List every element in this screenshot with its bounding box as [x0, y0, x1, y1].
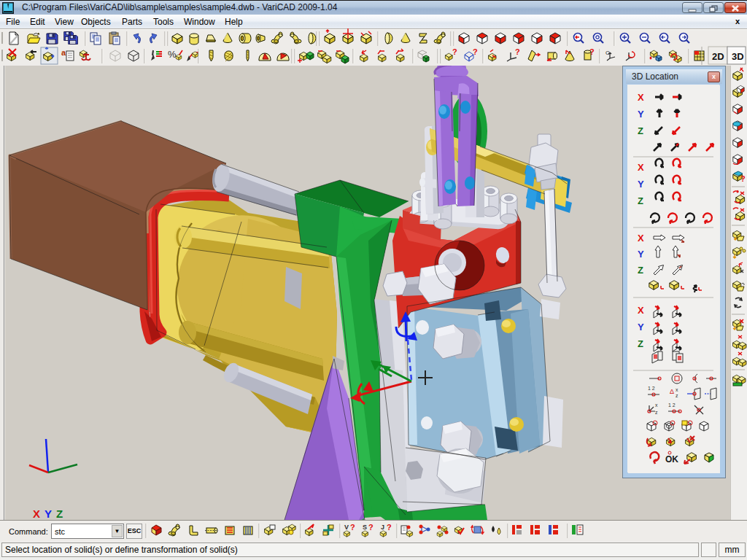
svg-text:Y: Y: [44, 508, 52, 520]
svg-text:x: x: [655, 402, 658, 408]
svg-text:OK: OK: [665, 454, 678, 464]
svg-text:3D: 3D: [732, 51, 744, 62]
svg-text:?: ?: [350, 523, 355, 532]
svg-text:x: x: [676, 387, 678, 392]
svg-text:Z: Z: [56, 508, 63, 520]
svg-text:J: J: [381, 524, 384, 531]
svg-text:?: ?: [387, 523, 392, 532]
svg-text:Z: Z: [638, 338, 643, 349]
svg-text:?: ?: [473, 47, 478, 56]
svg-text:?: ?: [740, 174, 746, 183]
svg-text:Δ: Δ: [670, 388, 674, 395]
svg-text:Y: Y: [638, 179, 644, 190]
svg-text:Z: Z: [638, 125, 643, 136]
svg-text:?: ?: [368, 523, 374, 532]
svg-text:S: S: [363, 524, 367, 531]
svg-text:?: ?: [452, 47, 457, 56]
svg-text:1 2: 1 2: [668, 402, 676, 408]
svg-text:2D: 2D: [712, 51, 724, 62]
svg-text:Z: Z: [638, 195, 643, 206]
svg-text:%: %: [168, 49, 177, 60]
svg-text:?: ?: [589, 47, 595, 56]
svg-text:Z: Z: [638, 265, 643, 276]
svg-text:1 2: 1 2: [648, 386, 655, 391]
svg-text:V: V: [344, 524, 349, 531]
svg-text:?: ?: [515, 47, 520, 56]
svg-text:Y: Y: [638, 249, 644, 260]
svg-text:X: X: [638, 233, 644, 244]
svg-text:z: z: [676, 393, 678, 398]
svg-text:X: X: [638, 92, 644, 103]
svg-text:X: X: [638, 305, 644, 316]
svg-text:z: z: [655, 410, 658, 415]
svg-text:Y: Y: [638, 109, 644, 120]
svg-text:a: a: [61, 48, 66, 57]
svg-text:X: X: [638, 162, 644, 173]
svg-text:X: X: [33, 508, 40, 520]
svg-text:Y: Y: [638, 322, 644, 332]
svg-text:C: C: [605, 50, 610, 56]
